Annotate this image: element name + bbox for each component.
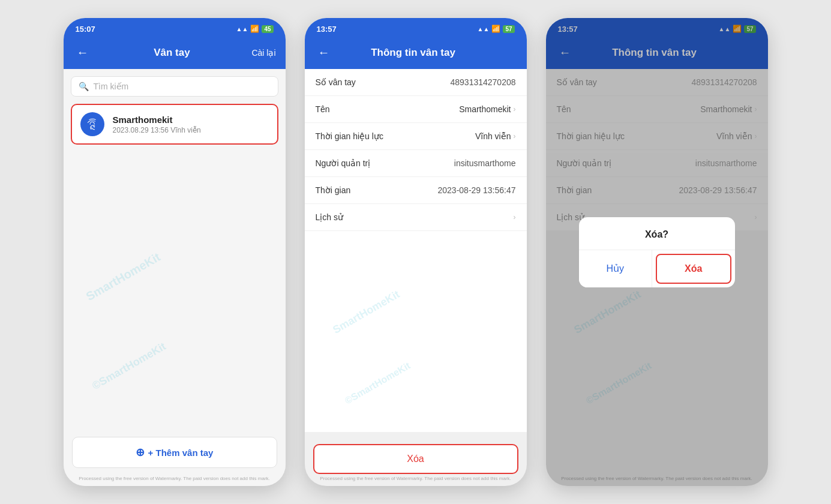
add-label-1: + Thêm vân tay	[148, 448, 214, 458]
dialog-overlay-3: Xóa? Hủy Xóa	[546, 18, 768, 486]
delete-button-2[interactable]: Xóa	[313, 444, 518, 474]
fp-name-1: Smarthomekit	[113, 115, 201, 125]
info-row-nguoi-2: Người quản trị insitusmarthome	[305, 150, 527, 177]
search-bar-1[interactable]: 🔍 Tìm kiếm	[71, 76, 278, 97]
info-row-thoigian-2[interactable]: Thời gian hiệu lực Vĩnh viễn ›	[305, 123, 527, 150]
dialog-actions-3: Hủy Xóa	[579, 250, 735, 287]
confirm-delete-button-3[interactable]: Xóa	[656, 254, 731, 284]
value-thoigian-val-2: 2023-08-29 13:56:47	[438, 185, 516, 195]
value-nguoi-2: insitusmarthome	[454, 158, 516, 168]
status-icons-1: ▲▲ 📶 45	[236, 25, 274, 33]
value-so-van-tay-2: 48931314270208	[450, 77, 515, 87]
info-row-lich-su-2[interactable]: Lịch sử ›	[305, 204, 527, 231]
info-list-2: Số vân tay 48931314270208 Tên Smarthomek…	[305, 69, 527, 432]
footer-note-2: Processed using the free version of Wate…	[305, 476, 527, 481]
screen2-frame: 13:57 ▲▲ 📶 57 ← Thông tin vân tay Số vân…	[305, 18, 527, 486]
cancel-button-3[interactable]: Hủy	[579, 250, 653, 287]
label-thoigian-2: Thời gian hiệu lực	[316, 131, 383, 141]
label-thoigian-val-2: Thời gian	[316, 185, 351, 195]
plus-icon-1: ⊕	[136, 446, 145, 459]
header-title-1: Vân tay	[92, 47, 252, 59]
label-lich-su-2: Lịch sử	[316, 212, 343, 222]
fingerprint-icon-1	[80, 112, 104, 136]
status-bar-2: 13:57 ▲▲ 📶 57	[305, 18, 527, 38]
chevron-lich-su-2: ›	[514, 213, 516, 221]
info-row-ten-2[interactable]: Tên Smarthomekit ›	[305, 96, 527, 123]
label-ten-2: Tên	[316, 104, 330, 114]
battery-1: 45	[262, 25, 273, 33]
reset-button-1[interactable]: Cài lại	[251, 48, 275, 58]
fingerprint-info-1: Smarthomekit 2023.08.29 13:56 Vĩnh viễn	[113, 115, 201, 134]
delete-dialog-3: Xóa? Hủy Xóa	[579, 217, 735, 287]
info-row-so-van-tay-2: Số vân tay 48931314270208	[305, 69, 527, 96]
search-placeholder-1: Tìm kiếm	[94, 82, 129, 91]
screen3-frame: 13:57 ▲▲ 📶 57 ← Thông tin vân tay Số vân…	[546, 18, 768, 486]
label-so-van-tay-2: Số vân tay	[316, 77, 356, 87]
value-ten-2: Smarthomekit ›	[459, 104, 515, 114]
label-nguoi-2: Người quản trị	[316, 158, 371, 168]
value-thoigian-2: Vĩnh viễn ›	[475, 131, 516, 141]
fp-meta-1: 2023.08.29 13:56 Vĩnh viễn	[113, 126, 201, 134]
back-button-2[interactable]: ←	[314, 44, 334, 61]
wifi-icon-2: 📶	[491, 25, 500, 33]
search-icon-1: 🔍	[79, 82, 89, 91]
status-bar-1: 15:07 ▲▲ 📶 45	[64, 18, 286, 38]
app-header-2: ← Thông tin vân tay	[305, 38, 527, 69]
wifi-icon-1: 📶	[250, 25, 259, 33]
fingerprint-item-1[interactable]: Smarthomekit 2023.08.29 13:56 Vĩnh viễn	[71, 104, 278, 145]
watermark-2: ©SmartHomeKit	[90, 340, 168, 392]
signal-icon-1: ▲▲	[236, 26, 248, 32]
watermark-1: SmartHomeKit	[83, 250, 163, 304]
value-lich-su-2: ›	[514, 213, 516, 221]
dialog-title-3: Xóa?	[579, 217, 735, 250]
signal-icon-2: ▲▲	[478, 26, 490, 32]
info-row-thoigian-val-2: Thời gian 2023-08-29 13:56:47	[305, 177, 527, 204]
add-fingerprint-button-1[interactable]: ⊕ + Thêm vân tay	[72, 437, 277, 468]
back-button-1[interactable]: ←	[73, 44, 92, 61]
screen1-content: 🔍 Tìm kiếm Smarthomekit 2023.08.29 13:56…	[64, 69, 286, 486]
chevron-thoigian-2: ›	[514, 132, 516, 140]
header-title-2: Thông tin vân tay	[334, 47, 493, 59]
app-header-1: ← Vân tay Cài lại	[64, 38, 286, 69]
screen1-frame: 15:07 ▲▲ 📶 45 ← Vân tay Cài lại 🔍 Tìm ki…	[64, 18, 286, 486]
chevron-ten-2: ›	[514, 105, 516, 113]
footer-note-1: Processed using the free version of Wate…	[64, 476, 286, 481]
status-icons-2: ▲▲ 📶 57	[478, 25, 515, 33]
battery-2: 57	[503, 25, 514, 33]
time-1: 15:07	[76, 25, 95, 34]
time-2: 13:57	[317, 25, 337, 34]
